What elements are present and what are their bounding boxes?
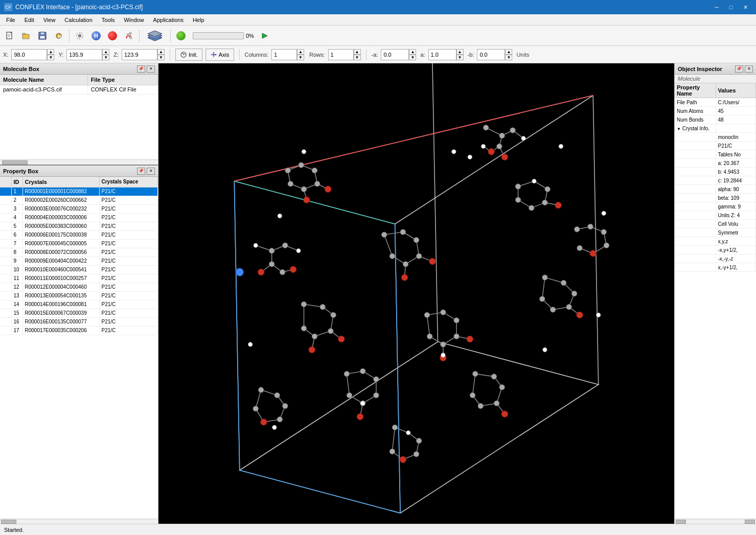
y-spin-down[interactable]: ▼ (102, 55, 109, 60)
y-spin-up[interactable]: ▲ (102, 49, 109, 55)
oi-hscroll-thumb-left[interactable] (676, 520, 686, 524)
molecule-visualization[interactable] (158, 63, 674, 524)
prop-id: 5 (11, 222, 22, 230)
b-input[interactable] (477, 49, 505, 60)
property-row[interactable]: 9R000009E000404C000422P21/C (0, 257, 158, 265)
oi-scroll[interactable]: Property Name Values File PathC:/Users/N… (675, 83, 756, 519)
selected-atom[interactable] (236, 268, 243, 276)
rows-input[interactable] (328, 49, 354, 60)
a-spin-down[interactable]: ▼ (409, 55, 416, 60)
oi-prop-name (675, 237, 716, 246)
settings-button[interactable] (72, 28, 87, 43)
molecule-box-close[interactable]: ✕ (147, 65, 155, 73)
stop-button[interactable] (105, 28, 120, 43)
units-label: Units (516, 52, 529, 58)
menu-edit[interactable]: Edit (20, 14, 38, 26)
prop-id: 10 (11, 265, 22, 274)
prop-expand (0, 213, 11, 222)
property-row[interactable]: 13R000013E000054C000135P21/C (0, 291, 158, 300)
layers-button[interactable] (142, 28, 168, 43)
b-spin-down[interactable]: ▼ (505, 55, 512, 60)
property-row[interactable]: 17R000017E000035C000206P21/C (0, 326, 158, 335)
object-inspector-titlebar: Object Inspector 📌 ✕ (675, 63, 756, 75)
molecule-box-pin[interactable]: 📌 (137, 65, 145, 73)
menu-tools[interactable]: Tools (98, 14, 119, 26)
molecule-row[interactable]: pamoic-acid-c3-PCS.cifCONFLEX Cif File (0, 85, 158, 94)
a-input[interactable] (381, 49, 409, 60)
hscroll-thumb[interactable] (2, 160, 28, 165)
menu-window[interactable]: Window (120, 14, 148, 26)
nav-forward-button[interactable] (257, 28, 272, 43)
property-row[interactable]: 10R000010E000460C000541P21/C (0, 265, 158, 274)
property-row[interactable]: 14R000014E000196C000081P21/C (0, 300, 158, 309)
molecule-box-hscroll[interactable] (0, 159, 158, 165)
property-box-hscroll[interactable] (0, 519, 158, 524)
prop-id: 6 (11, 230, 22, 239)
property-row[interactable]: 11R000011E000010C000257P21/C (0, 274, 158, 283)
prop-crystals: R000006E000175C000038 (22, 230, 99, 239)
axis-button[interactable]: Axis (205, 49, 234, 61)
menu-view[interactable]: View (39, 14, 60, 26)
property-box-close[interactable]: ✕ (147, 168, 155, 175)
menu-applications[interactable]: Applications (149, 14, 188, 26)
property-row[interactable]: 15R000015E000067C000039P21/C (0, 309, 158, 317)
b-spin-up[interactable]: ▲ (505, 49, 512, 55)
open-button[interactable] (18, 28, 34, 43)
globe-button[interactable] (173, 28, 189, 43)
menu-file[interactable]: File (2, 14, 19, 26)
maximize-button[interactable]: □ (724, 2, 738, 12)
property-row[interactable]: 3R000003E000076C000232P21/C (0, 204, 158, 213)
minimize-button[interactable]: ─ (710, 2, 723, 12)
z-spin-down[interactable]: ▼ (157, 55, 165, 60)
open-mol-button[interactable]: M (51, 28, 66, 43)
x-input[interactable] (11, 49, 47, 60)
oi-pin[interactable]: 📌 (735, 65, 743, 73)
property-row[interactable]: 6R000006E000175C000038P21/C (0, 230, 158, 239)
property-row[interactable]: 1R000001E000001C000882P21/C (0, 187, 158, 196)
x-spin-up[interactable]: ▲ (47, 49, 54, 55)
property-row[interactable]: 12R000012E000004C000460P21/C (0, 283, 158, 291)
menu-calculation[interactable]: Calculation (60, 14, 96, 26)
columns-spin-up[interactable]: ▲ (297, 49, 304, 55)
oi-prop-name (675, 220, 716, 228)
h-toggle-button[interactable]: H (88, 28, 104, 43)
a2-spin-up[interactable]: ▲ (456, 49, 464, 55)
property-row[interactable]: 7R000007E000045C000005P21/C (0, 239, 158, 248)
property-table-scroll[interactable]: ID Crystals Crystals Space 1R000001E0000… (0, 177, 158, 519)
oi-hscroll-thumb-right[interactable] (745, 520, 755, 524)
close-button[interactable]: ✕ (739, 2, 752, 12)
expand-arrow[interactable]: ▼ (677, 127, 681, 131)
oi-row: x,-y+1/2, (675, 263, 756, 272)
property-row[interactable]: 5R000005E000383C000060P21/C (0, 222, 158, 230)
property-row[interactable]: 4R000004E000003C000006P21/C (0, 213, 158, 222)
y-input[interactable] (66, 49, 102, 60)
z-spin-up[interactable]: ▲ (157, 49, 165, 55)
oi-row: P21/C (675, 142, 756, 150)
prop-expand (0, 309, 11, 317)
property-row[interactable]: 2R000002E000260C000662P21/C (0, 196, 158, 204)
a-spin-up[interactable]: ▲ (409, 49, 416, 55)
molecule-table-scroll[interactable]: Molecule Name File Type pamoic-acid-c3-P… (0, 75, 158, 159)
init-button[interactable]: Init. (175, 49, 202, 61)
rows-spin-up[interactable]: ▲ (354, 49, 361, 55)
save-button[interactable] (35, 28, 50, 43)
new-button[interactable] (2, 28, 17, 43)
draw-button[interactable] (121, 28, 136, 43)
prop-hscroll-thumb[interactable] (1, 520, 16, 524)
rows-spin-down[interactable]: ▼ (354, 55, 361, 60)
property-box-pin[interactable]: 📌 (137, 168, 145, 175)
columns-input[interactable] (271, 49, 297, 60)
a2-input[interactable] (428, 49, 456, 60)
prop-id: 2 (11, 196, 22, 204)
x-spin-down[interactable]: ▼ (47, 55, 54, 60)
property-row[interactable]: 16R000016E000135C000077P21/C (0, 317, 158, 326)
svg-point-61 (285, 168, 290, 173)
columns-spin-down[interactable]: ▼ (297, 55, 304, 60)
3d-viewport[interactable] (158, 63, 674, 524)
menu-help[interactable]: Help (189, 14, 209, 26)
oi-close[interactable]: ✕ (745, 65, 753, 73)
z-input[interactable] (122, 49, 157, 60)
oi-hscroll[interactable] (675, 519, 756, 524)
a2-spin-down[interactable]: ▼ (456, 55, 464, 60)
property-row[interactable]: 8R000008E000072C000056P21/C (0, 248, 158, 257)
